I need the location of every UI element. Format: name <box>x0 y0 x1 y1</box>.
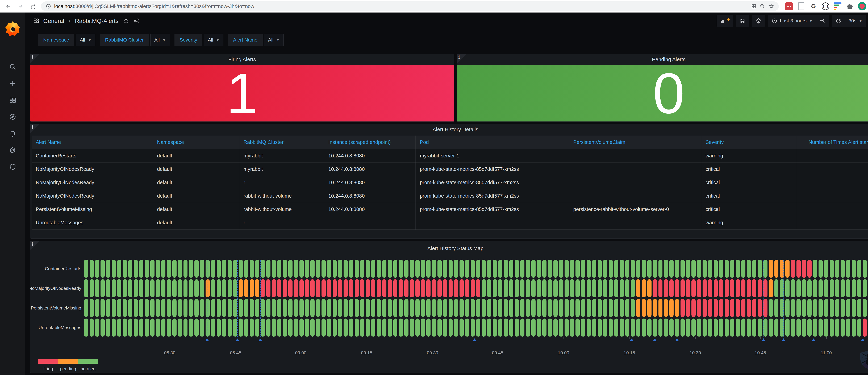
status-bar-no-alert[interactable] <box>150 319 155 337</box>
status-bar-no-alert[interactable] <box>184 279 188 297</box>
status-bar-no-alert[interactable] <box>316 260 320 278</box>
status-bar-firing[interactable] <box>277 279 281 297</box>
status-bar-firing[interactable] <box>736 279 740 297</box>
status-bar-no-alert[interactable] <box>415 299 420 317</box>
status-bar-no-alert[interactable] <box>620 279 624 297</box>
column-header[interactable]: Instance (scraped endpoint) <box>324 136 415 149</box>
status-bar-no-alert[interactable] <box>95 299 99 317</box>
status-bar-no-alert[interactable] <box>691 260 695 278</box>
status-bar-no-alert[interactable] <box>846 279 850 297</box>
panel-title[interactable]: Alert History Details <box>30 124 868 135</box>
status-bar-no-alert[interactable] <box>509 319 514 337</box>
status-bar-no-alert[interactable] <box>90 319 94 337</box>
status-bar-no-alert[interactable] <box>835 319 839 337</box>
status-bar-no-alert[interactable] <box>233 319 237 337</box>
annotation-marker-icon[interactable] <box>812 338 815 341</box>
status-bar-no-alert[interactable] <box>150 279 155 297</box>
status-bar-no-alert[interactable] <box>106 260 110 278</box>
status-bar-no-alert[interactable] <box>410 319 414 337</box>
status-bar-firing[interactable] <box>863 319 867 337</box>
status-bar-no-alert[interactable] <box>570 260 574 278</box>
status-bar-no-alert[interactable] <box>515 319 519 337</box>
status-bar-no-alert[interactable] <box>714 260 718 278</box>
status-bar-no-alert[interactable] <box>703 260 707 278</box>
status-bar-no-alert[interactable] <box>300 319 304 337</box>
status-bar-firing[interactable] <box>719 299 723 317</box>
status-bar-no-alert[interactable] <box>443 319 447 337</box>
status-bar-firing[interactable] <box>454 279 458 297</box>
status-bar-no-alert[interactable] <box>752 319 756 337</box>
status-bar-no-alert[interactable] <box>857 279 861 297</box>
status-bar-no-alert[interactable] <box>719 319 723 337</box>
status-bar-firing[interactable] <box>747 299 751 317</box>
status-bar-no-alert[interactable] <box>178 260 182 278</box>
status-bar-firing[interactable] <box>670 279 674 297</box>
status-bar-firing[interactable] <box>460 279 464 297</box>
column-header[interactable]: Namespace <box>153 136 239 149</box>
status-bar-no-alert[interactable] <box>112 299 116 317</box>
status-bar-firing[interactable] <box>316 279 320 297</box>
status-bar-no-alert[interactable] <box>691 319 695 337</box>
status-bar-no-alert[interactable] <box>443 299 447 317</box>
status-bar-no-alert[interactable] <box>592 299 596 317</box>
status-bar-no-alert[interactable] <box>432 299 436 317</box>
status-bar-no-alert[interactable] <box>305 319 309 337</box>
status-bar-firing[interactable] <box>321 279 326 297</box>
status-bar-no-alert[interactable] <box>542 299 547 317</box>
status-bar-no-alert[interactable] <box>553 279 558 297</box>
status-bar-no-alert[interactable] <box>581 299 585 317</box>
status-bar-no-alert[interactable] <box>388 299 392 317</box>
status-bar-no-alert[interactable] <box>366 260 370 278</box>
status-bar-firing[interactable] <box>802 260 806 278</box>
status-bar-no-alert[interactable] <box>106 279 110 297</box>
status-bar-no-alert[interactable] <box>95 319 99 337</box>
status-bar-no-alert[interactable] <box>134 279 138 297</box>
status-bar-firing[interactable] <box>681 299 685 317</box>
status-bar-no-alert[interactable] <box>377 260 381 278</box>
status-bar-no-alert[interactable] <box>189 319 193 337</box>
annotation-marker-icon[interactable] <box>675 338 679 341</box>
status-bar-firing[interactable] <box>741 279 745 297</box>
status-bar-no-alert[interactable] <box>482 279 486 297</box>
status-bar-no-alert[interactable] <box>476 260 480 278</box>
status-bar-no-alert[interactable] <box>426 260 431 278</box>
panel-info-corner-icon[interactable]: i <box>30 241 39 251</box>
status-bar-no-alert[interactable] <box>774 319 779 337</box>
status-bar-no-alert[interactable] <box>631 279 635 297</box>
status-bar-no-alert[interactable] <box>145 260 149 278</box>
status-bar-no-alert[interactable] <box>189 260 193 278</box>
status-bar-no-alert[interactable] <box>758 319 762 337</box>
status-bar-no-alert[interactable] <box>366 299 370 317</box>
status-bar-no-alert[interactable] <box>835 299 839 317</box>
status-bar-no-alert[interactable] <box>559 260 563 278</box>
panel-info-corner-icon[interactable]: i <box>30 124 39 134</box>
status-bar-no-alert[interactable] <box>327 260 331 278</box>
status-bar-no-alert[interactable] <box>559 279 563 297</box>
status-bar-no-alert[interactable] <box>559 299 563 317</box>
status-bar-firing[interactable] <box>399 279 403 297</box>
annotation-marker-icon[interactable] <box>473 338 476 341</box>
explore-compass-icon[interactable] <box>9 113 17 121</box>
status-bar-no-alert[interactable] <box>128 279 132 297</box>
status-bar-no-alert[interactable] <box>818 279 823 297</box>
status-bar-no-alert[interactable] <box>581 319 585 337</box>
status-bar-pending[interactable] <box>636 279 641 297</box>
status-bar-no-alert[interactable] <box>614 299 618 317</box>
dashboards-icon[interactable] <box>9 96 17 104</box>
status-bar-firing[interactable] <box>730 279 734 297</box>
status-bar-no-alert[interactable] <box>161 299 165 317</box>
status-bar-no-alert[interactable] <box>222 279 226 297</box>
status-bar-no-alert[interactable] <box>134 319 138 337</box>
add-panel-button[interactable]: + <box>717 15 733 27</box>
status-bar-no-alert[interactable] <box>708 260 712 278</box>
status-bar-no-alert[interactable] <box>421 319 425 337</box>
status-bar-no-alert[interactable] <box>310 260 315 278</box>
status-bar-no-alert[interactable] <box>360 299 364 317</box>
status-bar-no-alert[interactable] <box>437 260 442 278</box>
status-bar-no-alert[interactable] <box>443 260 447 278</box>
status-bar-no-alert[interactable] <box>222 319 226 337</box>
status-bar-no-alert[interactable] <box>355 319 359 337</box>
status-bar-no-alert[interactable] <box>134 260 138 278</box>
status-bar-no-alert[interactable] <box>200 279 204 297</box>
status-bar-no-alert[interactable] <box>625 279 629 297</box>
